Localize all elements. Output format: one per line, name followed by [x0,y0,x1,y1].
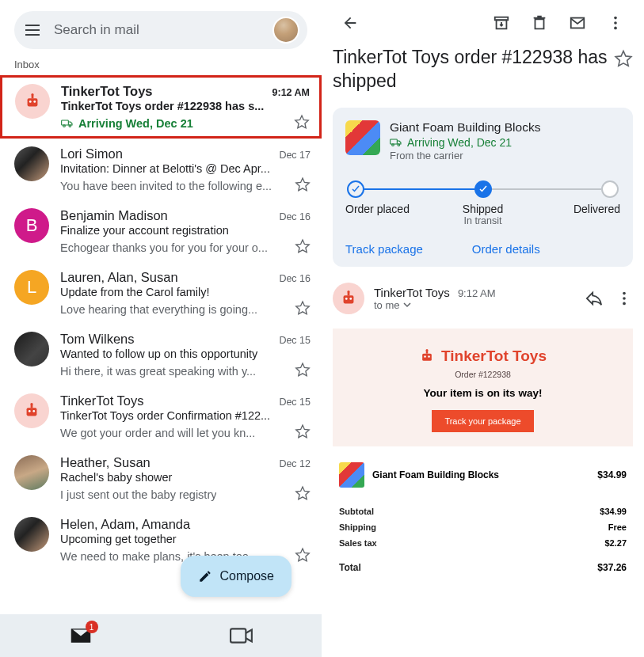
email-time: 9:12 AM [272,87,310,98]
search-bar[interactable]: Search in mail [14,11,307,49]
archive-button[interactable] [484,6,519,40]
email-row[interactable]: L Lauren, Alan, SusanDec 16 Update from … [0,262,322,324]
email-time: Dec 12 [279,458,311,469]
track-package-link[interactable]: Track package [345,242,423,256]
shipping-headline: Your item is on its way! [344,387,622,399]
recipient-line[interactable]: to me [374,299,576,311]
email-snippet: You have been invited to the following e… [60,180,272,192]
message-title: TinkerTot Toys order #122938 has shipped [333,46,614,93]
star-icon[interactable] [294,114,310,130]
svg-point-15 [623,292,626,295]
sender-name: Tom Wilkens [60,332,135,347]
sender-avatar: B [14,208,49,243]
order-summary: Giant Foam Building Blocks $34.99 Subtot… [339,462,627,576]
compose-button[interactable]: Compose [181,556,292,597]
sender-name: Lauren, Alan, Susan [60,270,178,285]
sender-name: TinkerTot Toys [61,84,153,99]
message-toolbar [333,0,633,46]
star-icon[interactable] [295,238,311,254]
product-name: Giant Foam Building Blocks [390,120,620,135]
svg-point-13 [614,21,617,25]
shipping-chip: Arriving Wed, Dec 21 [61,117,193,130]
email-snippet: Love hearing that everything is going... [60,303,257,316]
shipping-card: Giant Foam Building Blocks Arriving Wed,… [333,108,633,267]
nav-mail[interactable]: 1 [0,614,161,657]
sender-avatar: L [14,270,49,305]
star-icon[interactable] [295,362,311,378]
envelope-icon [569,14,586,32]
archive-icon [493,14,510,32]
menu-icon[interactable] [25,25,40,36]
dots-vertical-icon[interactable] [615,290,633,307]
sender-name: Heather, Susan [60,455,151,470]
email-subject: Update from the Carol family! [60,286,311,298]
email-subject: TinkerTot Toys order #122938 has s... [61,100,310,112]
nav-meet[interactable] [161,614,322,657]
star-icon[interactable] [295,485,311,501]
stage-dot-delivered [601,180,619,198]
star-icon[interactable] [295,547,311,563]
email-subject: TinkerTot Toys order Confirmation #122..… [60,409,311,422]
check-icon [478,184,488,194]
order-details-link[interactable]: Order details [472,242,540,256]
account-avatar[interactable] [272,17,299,44]
stage-label: Shipped [437,203,529,215]
dots-vertical-icon [607,14,624,32]
sender-avatar [14,393,49,428]
email-row[interactable]: Heather, SusanDec 12 Rachel's baby showe… [0,447,322,509]
robot-icon [340,290,357,307]
email-time: Dec 16 [279,211,311,222]
sender-name: Benjamin Madison [60,208,168,223]
trash-icon [531,14,548,32]
subtotal-label: Subtotal [339,507,374,516]
email-subject: Rachel's baby shower [60,471,311,484]
sender-avatar [14,146,49,181]
delete-button[interactable] [522,6,557,40]
email-row[interactable]: B Benjamin MadisonDec 16 Finalize your a… [0,200,322,262]
email-time: Dec 15 [279,335,311,346]
pencil-icon [198,569,212,583]
sender-avatar [15,84,50,119]
tax-label: Sales tax [339,538,377,548]
stage-sublabel: In transit [437,215,529,226]
email-row[interactable]: Lori SimonDec 17 Invitation: Dinner at B… [0,139,322,200]
more-button[interactable] [598,6,633,40]
email-row[interactable]: Tom WilkensDec 15 Wanted to follow up on… [0,324,322,385]
reply-icon[interactable] [585,290,603,307]
tax-value: $2.27 [604,538,627,548]
brand-name: TinkerTot Toys [441,347,547,365]
arriving-text: Arriving Wed, Dec 21 [78,117,193,130]
star-icon[interactable] [295,423,311,439]
email-row[interactable]: TinkerTot Toys9:12 AM TinkerTot Toys ord… [0,75,322,139]
mark-unread-button[interactable] [560,6,595,40]
subtotal-value: $34.99 [600,507,627,516]
check-icon [351,184,360,194]
email-time: Dec 17 [279,150,311,161]
star-icon[interactable] [295,300,311,316]
robot-icon [24,93,41,110]
svg-point-12 [614,17,617,20]
arriving-text: Arriving Wed, Dec 21 [407,136,512,149]
brand-logo-icon [419,348,435,364]
stage-label: Order placed [345,203,437,215]
email-snippet: Echogear thanks you for you for your o..… [60,241,268,254]
star-icon[interactable] [295,177,311,192]
product-thumb [345,120,380,155]
message-header: TinkerTot Toys9:12 AM to me [333,283,633,314]
shipping-value: Free [608,522,627,532]
sender-name: Lori Simon [60,146,123,161]
back-button[interactable] [333,6,368,40]
progress-bar [347,180,619,198]
stage-dot-shipped [474,180,492,198]
message-time: 9:12 AM [458,287,496,299]
truck-icon [61,118,74,129]
email-row[interactable]: TinkerTot ToysDec 15 TinkerTot Toys orde… [0,385,322,447]
email-time: Dec 16 [279,273,311,284]
sender-avatar [14,455,49,490]
track-package-button[interactable]: Track your package [432,410,533,432]
star-icon[interactable] [614,49,633,68]
sender-name: TinkerTot Toys [60,393,143,408]
sender-avatar [14,517,49,552]
search-input[interactable]: Search in mail [54,22,272,38]
email-subject: Finalize your account registration [60,224,311,237]
